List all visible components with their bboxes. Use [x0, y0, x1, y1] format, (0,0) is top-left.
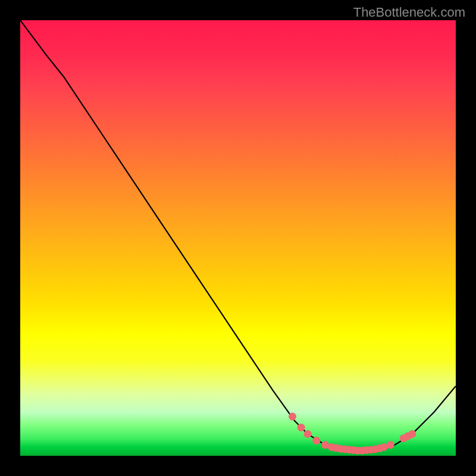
- chart-container: TheBottleneck.com: [0, 0, 476, 476]
- highlight-dot: [304, 430, 312, 438]
- watermark-text: TheBottleneck.com: [353, 5, 465, 20]
- highlight-dot: [321, 441, 329, 449]
- bottleneck-curve: [20, 20, 456, 450]
- highlight-dots: [289, 413, 416, 455]
- highlight-dot: [380, 443, 388, 451]
- highlight-dot: [298, 424, 305, 431]
- highlight-dot: [289, 413, 296, 421]
- highlight-dot: [312, 437, 320, 444]
- highlight-dot: [387, 441, 394, 449]
- highlight-dot: [408, 430, 416, 438]
- plot-area: [20, 20, 456, 456]
- curve-svg: [20, 20, 456, 456]
